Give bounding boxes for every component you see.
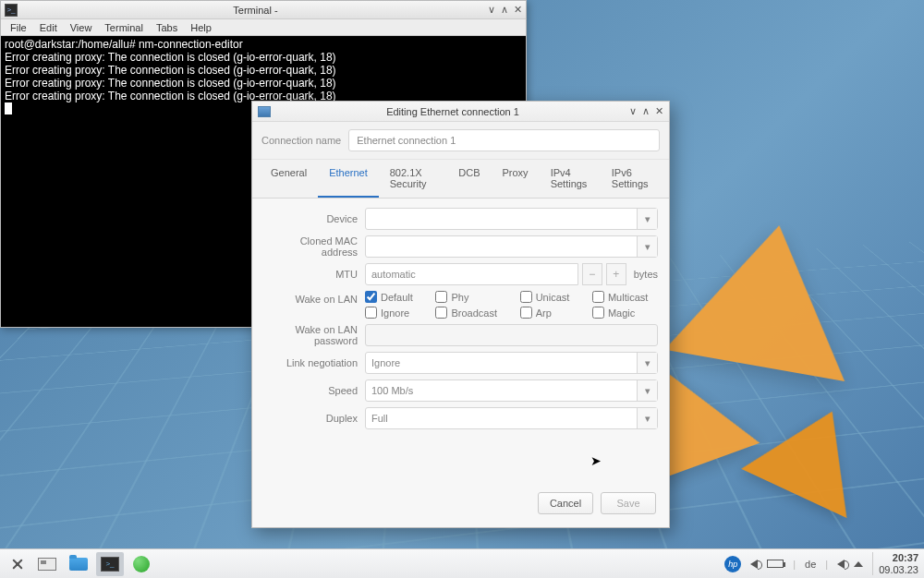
terminal-icon: >_ xyxy=(5,4,18,17)
duplex-combo[interactable]: Full▾ xyxy=(365,407,658,429)
system-tray: hp | de | 20:37 09.03.23 xyxy=(724,552,918,574)
editor-titlebar[interactable]: Editing Ethernet connection 1 ∨ ∧ ✕ xyxy=(252,102,669,122)
minimize-icon[interactable]: ∨ xyxy=(629,105,637,117)
minimize-icon[interactable]: ∨ xyxy=(488,4,495,16)
maximize-icon[interactable]: ∧ xyxy=(642,105,650,117)
wol-phy-checkbox[interactable]: Phy xyxy=(435,291,506,303)
link-neg-combo[interactable]: Ignore▾ xyxy=(365,352,658,374)
tab-ipv6-settings[interactable]: IPv6 Settings xyxy=(601,160,662,198)
hp-icon[interactable]: hp xyxy=(724,556,741,572)
terminal-error-line: Error creating proxy: The connection is … xyxy=(5,64,522,77)
duplex-label: Duplex xyxy=(263,413,365,424)
menu-edit[interactable]: Edit xyxy=(34,20,63,35)
terminal-menubar: File Edit View Terminal Tabs Help xyxy=(1,19,526,36)
menu-file[interactable]: File xyxy=(5,20,32,35)
wol-password-input[interactable] xyxy=(365,324,658,346)
terminal-task-button[interactable]: >_ xyxy=(96,552,124,576)
wol-default-checkbox[interactable]: Default xyxy=(365,291,422,303)
terminal-cursor xyxy=(5,102,12,114)
terminal-prompt-line: root@darkstar:/home/allu# nm-connection-… xyxy=(5,38,522,51)
tab-802-1x-security[interactable]: 802.1X Security xyxy=(379,160,448,198)
close-icon[interactable]: ✕ xyxy=(655,105,663,117)
editor-title: Editing Ethernet connection 1 xyxy=(276,106,629,117)
mtu-increment-button[interactable]: + xyxy=(606,263,626,285)
battery-icon[interactable] xyxy=(767,560,784,568)
cancel-button[interactable]: Cancel xyxy=(538,492,593,514)
wol-checkbox-group: DefaultPhyUnicastMulticastIgnoreBroadcas… xyxy=(365,291,658,319)
menu-terminal[interactable]: Terminal xyxy=(99,20,149,35)
terminal-title: Terminal - xyxy=(23,5,488,16)
chevron-down-icon: ▾ xyxy=(637,353,657,373)
tab-proxy[interactable]: Proxy xyxy=(492,160,540,198)
mtu-input[interactable]: automatic xyxy=(365,263,578,285)
menu-help[interactable]: Help xyxy=(185,20,217,35)
browser-button[interactable] xyxy=(128,552,155,576)
terminal-error-line: Error creating proxy: The connection is … xyxy=(5,51,522,64)
connection-name-input[interactable] xyxy=(348,129,660,151)
file-manager-button[interactable] xyxy=(65,552,92,576)
app-launcher-button[interactable] xyxy=(6,552,30,576)
save-button[interactable]: Save xyxy=(601,492,656,514)
cloned-mac-combo[interactable]: ▾ xyxy=(365,235,658,258)
wol-ignore-checkbox[interactable]: Ignore xyxy=(365,307,422,319)
tray-expand-icon[interactable] xyxy=(854,561,863,567)
wol-password-label: Wake on LAN password xyxy=(263,324,365,346)
device-label: Device xyxy=(263,213,365,224)
chevron-down-icon: ▾ xyxy=(637,209,657,229)
connection-name-label: Connection name xyxy=(261,135,341,146)
tab-ipv4-settings[interactable]: IPv4 Settings xyxy=(540,160,601,198)
network-icon xyxy=(258,106,271,117)
menu-view[interactable]: View xyxy=(65,20,98,35)
taskbar: >_ hp | de | 20:37 09.03.23 xyxy=(0,548,924,578)
wol-unicast-checkbox[interactable]: Unicast xyxy=(520,291,579,303)
wol-broadcast-checkbox[interactable]: Broadcast xyxy=(435,307,506,319)
menu-tabs[interactable]: Tabs xyxy=(151,20,183,35)
speed-label: Speed xyxy=(263,385,365,396)
tab-dcb[interactable]: DCB xyxy=(447,160,491,198)
pager-button[interactable] xyxy=(33,552,61,576)
terminal-error-line: Error creating proxy: The connection is … xyxy=(5,77,522,90)
wol-magic-checkbox[interactable]: Magic xyxy=(592,307,658,319)
keyboard-layout[interactable]: de xyxy=(805,559,816,570)
maximize-icon[interactable]: ∧ xyxy=(501,4,508,16)
chevron-down-icon: ▾ xyxy=(637,380,657,401)
mtu-label: MTU xyxy=(263,269,365,280)
connection-editor-window: Editing Ethernet connection 1 ∨ ∧ ✕ Conn… xyxy=(251,101,670,528)
link-neg-label: Link negotiation xyxy=(263,357,365,368)
wol-arp-checkbox[interactable]: Arp xyxy=(520,307,579,319)
device-combo[interactable]: ▾ xyxy=(365,208,658,230)
volume-icon-2[interactable] xyxy=(837,560,845,569)
wol-multicast-checkbox[interactable]: Multicast xyxy=(592,291,658,303)
terminal-titlebar[interactable]: >_ Terminal - ∨ ∧ ✕ xyxy=(1,1,526,19)
close-icon[interactable]: ✕ xyxy=(514,4,522,16)
tabs: GeneralEthernet802.1X SecurityDCBProxyIP… xyxy=(252,160,669,199)
chevron-down-icon: ▾ xyxy=(637,236,657,257)
mtu-decrement-button[interactable]: − xyxy=(582,263,602,285)
chevron-down-icon: ▾ xyxy=(637,408,657,428)
wol-label: Wake on LAN xyxy=(263,291,365,305)
clock[interactable]: 20:37 09.03.23 xyxy=(872,552,918,574)
cloned-mac-label: Cloned MAC address xyxy=(263,235,365,258)
tab-ethernet[interactable]: Ethernet xyxy=(318,160,379,198)
tab-general[interactable]: General xyxy=(260,160,318,198)
mtu-unit: bytes xyxy=(634,269,658,280)
volume-icon[interactable] xyxy=(750,560,758,569)
speed-combo[interactable]: 100 Mb/s▾ xyxy=(365,379,658,402)
